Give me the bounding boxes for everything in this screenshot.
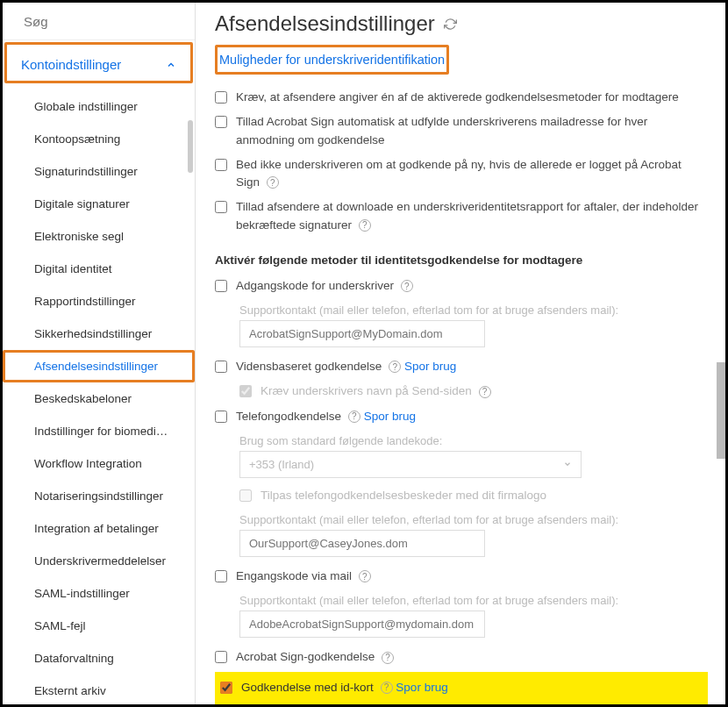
support-email-field-3[interactable]: [239, 611, 485, 638]
sidebar-item[interactable]: Elektroniske segl: [3, 220, 195, 253]
search-input[interactable]: [24, 14, 190, 29]
opt-label: Tillad afsendere at downloade en undersk…: [236, 198, 708, 234]
method-id-card: Godkendelse med id-kort ? Spor brug: [220, 675, 703, 700]
opt-label: Gem bekræftede identitetsdata for at til…: [266, 703, 657, 704]
refresh-icon[interactable]: [444, 18, 457, 31]
opt-label: Tillad Acrobat Sign automatisk at udfyld…: [236, 113, 708, 149]
sidebar-item[interactable]: SAML-fejl: [3, 610, 195, 642]
opt-label: Vidensbaseret godkendelse ? Spor brug: [236, 358, 456, 375]
support-email-field-1[interactable]: [239, 320, 485, 347]
sidebar-item[interactable]: Beskedskabeloner: [3, 382, 195, 415]
opt-require-method: Kræv, at afsendere angiver én af de akti…: [215, 85, 708, 110]
page-title: Afsendelsesindstillinger: [215, 11, 708, 36]
checkbox[interactable]: [215, 280, 227, 292]
opt-label: Adgangskode for underskriver ?: [236, 277, 413, 295]
opt-label: Bed ikke underskriveren om at godkende p…: [236, 156, 708, 192]
section-header: Muligheder for underskriveridentifikatio…: [215, 45, 449, 75]
search-row: [3, 3, 195, 40]
page-title-text: Afsendelsesindstillinger: [215, 11, 435, 36]
help-icon[interactable]: ?: [381, 682, 393, 694]
sidebar-item[interactable]: Indstillinger for biomedi…: [3, 415, 195, 447]
help-icon[interactable]: ?: [359, 570, 371, 582]
help-icon[interactable]: ?: [382, 652, 394, 664]
method-otp: Engangskode via mail ?: [215, 564, 708, 589]
checkbox[interactable]: [215, 201, 227, 213]
sidebar-item[interactable]: Dataforvaltning: [3, 642, 195, 675]
methods-subhead: Aktivér følgende metoder til identitetsg…: [215, 254, 708, 267]
sidebar-item[interactable]: SAML-indstillinger: [3, 577, 195, 610]
opt-label: Engangskode via mail ?: [236, 568, 371, 585]
help-icon[interactable]: ?: [401, 280, 413, 292]
method-phone: Telefongodkendelse ? Spor brug: [215, 404, 708, 429]
sidebar-item[interactable]: Globale indstillinger: [3, 90, 195, 123]
sidebar-item[interactable]: Rapportindstillinger: [3, 285, 195, 318]
help-icon[interactable]: ?: [479, 386, 491, 398]
opt-label: Tilpas telefongodkendelsesbeskeder med d…: [261, 487, 546, 504]
checkbox[interactable]: [239, 385, 252, 397]
checkbox[interactable]: [239, 489, 252, 502]
help-icon[interactable]: ?: [389, 361, 401, 373]
method-kba-name: Kræv underskrivers navn på Send-siden ?: [215, 379, 708, 403]
method-phone-logo: Tilpas telefongodkendelsesbeskeder med d…: [215, 483, 708, 508]
track-usage-link[interactable]: Spor brug: [364, 410, 416, 423]
scrollbar[interactable]: [717, 362, 725, 459]
sidebar-item[interactable]: Integration af betalinger: [3, 512, 195, 545]
sidebar-item[interactable]: Underskrivermeddelelser: [3, 545, 195, 577]
country-label: Brug som standard følgende landekode:: [215, 434, 708, 447]
sidebar-accordion-header[interactable]: Kontoindstillinger: [4, 42, 193, 83]
checkbox[interactable]: [215, 651, 227, 663]
select-value: +353 (Irland): [249, 458, 314, 471]
opt-label: Godkendelse med id-kort ? Spor brug: [241, 679, 448, 696]
highlighted-id-method: Godkendelse med id-kort ? Spor brug Gem …: [215, 672, 708, 705]
support-email-field-2[interactable]: [239, 530, 485, 557]
checkbox[interactable]: [215, 570, 227, 582]
checkbox[interactable]: [215, 411, 227, 423]
opt-download-report: Tillad afsendere at downloade en undersk…: [215, 195, 708, 238]
checkbox[interactable]: [215, 361, 227, 373]
sidebar-item[interactable]: Signaturindstillinger: [3, 155, 195, 188]
help-icon[interactable]: ?: [348, 411, 360, 423]
sidebar-item[interactable]: Eksternt arkiv: [3, 675, 195, 704]
track-usage-link[interactable]: Spor brug: [404, 360, 456, 373]
chevron-up-icon: [166, 60, 176, 70]
method-password: Adgangskode for underskriver ?: [215, 274, 708, 298]
support-label: Supportkontakt (mail eller telefon, efte…: [215, 594, 708, 607]
sidebar: Kontoindstillinger Globale indstillinger…: [3, 3, 196, 704]
opt-label: Acrobat Sign-godkendelse ?: [236, 648, 394, 666]
support-label: Supportkontakt (mail eller telefon, efte…: [215, 304, 708, 317]
sidebar-item[interactable]: Afsendelsesindstillinger: [3, 350, 195, 382]
sidebar-item[interactable]: Sikkerhedsindstillinger: [3, 318, 195, 350]
sidebar-header-label: Kontoindstillinger: [21, 57, 121, 72]
opt-label: Telefongodkendelse ? Spor brug: [236, 408, 416, 425]
opt-no-reauth: Bed ikke underskriveren om at godkende p…: [215, 153, 708, 196]
method-id-card-save: Gem bekræftede identitetsdata for at til…: [220, 700, 703, 704]
opt-label: Kræv, at afsendere angiver én af de akti…: [236, 89, 679, 106]
chevron-down-icon: [563, 460, 572, 468]
sidebar-item[interactable]: Workflow Integration: [3, 447, 195, 480]
sidebar-item[interactable]: Kontoopsætning: [3, 123, 195, 155]
opt-label: Kræv underskrivers navn på Send-siden ?: [261, 382, 491, 400]
track-usage-link[interactable]: Spor brug: [396, 681, 447, 694]
scrollbar[interactable]: [188, 120, 193, 173]
checkbox[interactable]: [215, 159, 227, 171]
support-label: Supportkontakt (mail eller telefon, efte…: [215, 513, 708, 526]
help-icon[interactable]: ?: [359, 219, 371, 232]
sidebar-item[interactable]: Digital identitet: [3, 253, 195, 285]
method-kba: Vidensbaseret godkendelse ? Spor brug: [215, 354, 708, 379]
main-content: Afsendelsesindstillinger Muligheder for …: [196, 3, 725, 704]
help-icon[interactable]: ?: [267, 176, 279, 189]
method-acrobat-auth: Acrobat Sign-godkendelse ?: [215, 645, 708, 669]
sidebar-item[interactable]: Notariseringsindstillinger: [3, 480, 195, 512]
checkbox[interactable]: [215, 91, 227, 104]
sidebar-nav: Globale indstillingerKontoopsætningSigna…: [3, 85, 195, 704]
opt-auto-email: Tillad Acrobat Sign automatisk at udfyld…: [215, 110, 708, 153]
checkbox[interactable]: [220, 682, 232, 694]
country-select[interactable]: +353 (Irland): [239, 451, 582, 478]
checkbox[interactable]: [215, 116, 227, 128]
sidebar-item[interactable]: Digitale signaturer: [3, 188, 195, 220]
